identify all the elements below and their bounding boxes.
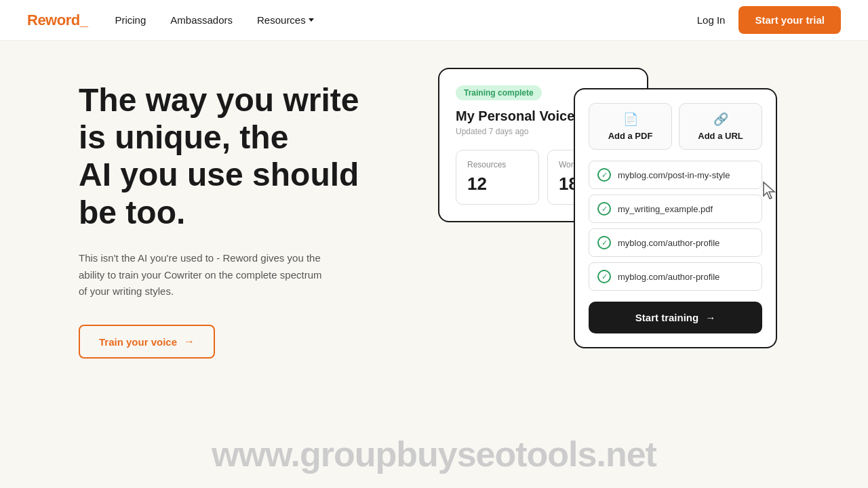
login-button[interactable]: Log In	[697, 14, 726, 26]
resource-text: my_writing_example.pdf	[618, 204, 713, 214]
url-icon: 🔗	[713, 112, 728, 127]
training-badge: Training complete	[456, 85, 542, 100]
check-icon: ✓	[597, 236, 611, 249]
nav-right: Log In Start your trial	[697, 6, 841, 34]
add-url-button[interactable]: 🔗 Add a URL	[679, 103, 762, 150]
nav-left: Reword_ Pricing Ambassadors Resources	[27, 12, 314, 29]
add-url-label: Add a URL	[698, 131, 743, 141]
resources-value: 12	[467, 174, 528, 195]
nav-resources-label: Resources	[257, 14, 306, 26]
start-training-button[interactable]: Start training →	[589, 302, 762, 333]
logo[interactable]: Reword_	[27, 12, 87, 29]
nav-pricing[interactable]: Pricing	[115, 14, 146, 26]
resource-item: ✓ myblog.com/author-profile	[589, 262, 762, 291]
add-buttons-row: 📄 Add a PDF 🔗 Add a URL	[589, 103, 762, 150]
trial-button[interactable]: Start your trial	[738, 6, 841, 34]
resource-item: ✓ myblog.com/post-in-my-style	[589, 161, 762, 189]
logo-cursor: _	[80, 12, 88, 28]
resource-item: ✓ myblog.com/author-profile	[589, 228, 762, 257]
hero-subtext: This isn't the AI you're used to - Rewor…	[79, 250, 330, 300]
chevron-down-icon	[309, 18, 314, 22]
hero-heading: The way you write is unique, the AI you …	[79, 81, 418, 231]
add-pdf-button[interactable]: 📄 Add a PDF	[589, 103, 672, 150]
check-icon: ✓	[597, 270, 611, 283]
nav-links: Pricing Ambassadors Resources	[115, 14, 313, 26]
resource-text: myblog.com/post-in-my-style	[618, 170, 730, 180]
check-icon: ✓	[597, 168, 611, 182]
hero-right: Training complete My Personal Voice Upda…	[418, 68, 841, 488]
resource-item: ✓ my_writing_example.pdf	[589, 195, 762, 223]
cursor-indicator	[761, 181, 781, 201]
resource-text: myblog.com/author-profile	[618, 238, 719, 248]
train-voice-button[interactable]: Train your voice →	[79, 325, 215, 359]
training-panel: 📄 Add a PDF 🔗 Add a URL ✓ myblog.com/pos…	[574, 88, 777, 348]
watermark: www.groupbuyseotools.net	[0, 434, 868, 474]
pdf-icon: 📄	[623, 112, 638, 127]
navbar: Reword_ Pricing Ambassadors Resources Lo…	[0, 0, 868, 41]
start-training-label: Start training	[635, 312, 698, 323]
hero-left: The way you write is unique, the AI you …	[79, 68, 418, 359]
logo-text: Reword	[27, 12, 80, 28]
resources-stat: Resources 12	[456, 150, 539, 205]
nav-ambassadors[interactable]: Ambassadors	[170, 14, 233, 26]
add-pdf-label: Add a PDF	[608, 131, 653, 141]
cursor-icon	[761, 181, 777, 201]
check-icon: ✓	[597, 202, 611, 216]
start-training-arrow: →	[705, 312, 715, 323]
arrow-right-icon: →	[184, 336, 195, 348]
nav-resources[interactable]: Resources	[257, 14, 314, 26]
resource-list: ✓ myblog.com/post-in-my-style ✓ my_writi…	[589, 161, 762, 291]
resources-label: Resources	[467, 160, 528, 169]
train-voice-label: Train your voice	[99, 336, 177, 348]
hero-section: The way you write is unique, the AI you …	[0, 41, 868, 488]
resource-text: myblog.com/author-profile	[618, 272, 719, 282]
